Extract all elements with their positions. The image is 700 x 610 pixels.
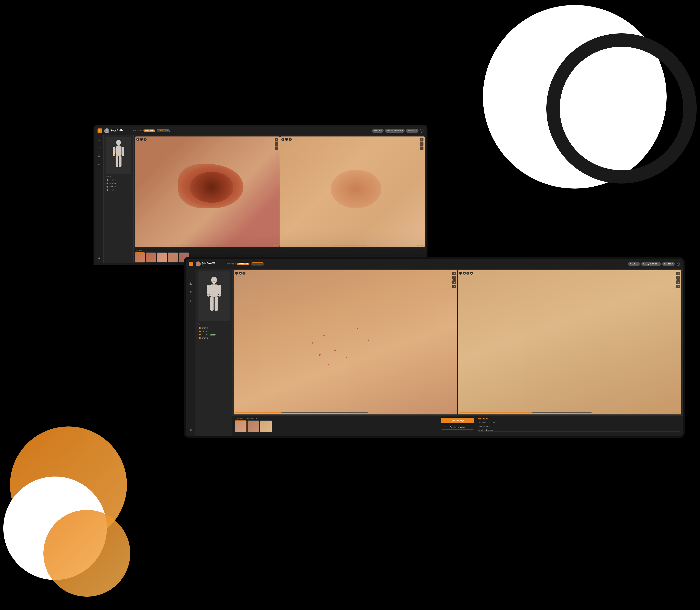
sidebar: ⌂ ☰ ⚙ ◉ xyxy=(95,135,104,263)
strip-label: Diagnoses xyxy=(135,250,425,252)
thumbnail-4[interactable] xyxy=(168,253,178,262)
label-a-2: A xyxy=(281,138,284,141)
mode-label: TBP MODE xyxy=(133,130,142,132)
scene: ✦ Naomi Kimble xyxy=(0,0,700,610)
tablet-sidebar-home[interactable]: ⌂ xyxy=(188,272,193,278)
tablet-add-tags-bar-2: + Add Tags xyxy=(459,412,680,414)
t-rotate[interactable]: ↺ xyxy=(452,280,456,284)
tablet-image-controls-2: + − ↺ ⤢ xyxy=(676,272,680,288)
tablet-spot-mode[interactable]: SPOT MODE xyxy=(237,263,249,265)
t-label-a2: A xyxy=(459,272,462,275)
add-tags-btn-2[interactable]: + Add Tags xyxy=(416,244,423,246)
t-zoom-in[interactable]: + xyxy=(452,272,456,275)
zoom-out-btn[interactable]: − xyxy=(275,142,278,146)
clinical-pill[interactable]: Clinical DB ✕ xyxy=(406,129,418,133)
main-content: A B C + − ↺ xyxy=(134,135,426,263)
t-share[interactable]: ⤢ xyxy=(452,285,456,288)
help-icon[interactable]: ? xyxy=(420,129,423,133)
tablet-thumbnails xyxy=(235,420,437,432)
pathology-pill[interactable]: Pathology (IMG/2932) ✕ xyxy=(385,129,405,133)
tablet-sidebar: ⌂ ☰ ⚙ ◉ xyxy=(186,269,196,436)
spot-mode-badge[interactable]: SPOT Mode xyxy=(143,129,155,132)
tablet-header-pills: Procedure ▾ Pathology (IMG/2932) ✕ Clini… xyxy=(628,262,680,266)
t-add-tags-2[interactable]: + Add Tags xyxy=(672,412,680,414)
t-progress-2[interactable] xyxy=(459,413,592,413)
t-zoom-out-2[interactable]: − xyxy=(676,276,680,279)
rotate-btn[interactable]: ↺ xyxy=(275,146,278,150)
tablet-action-log[interactable]: Action Log ✓ xyxy=(251,262,264,266)
tablet-list-item[interactable]: SPOT#1 xyxy=(198,337,230,339)
tablet-clinical-pill[interactable]: Clinical DB ✕ xyxy=(662,262,674,266)
t-progress-1[interactable] xyxy=(235,413,368,413)
t-add-tags-1[interactable]: + Add Tags xyxy=(449,412,456,414)
tablet-logo: ✦ xyxy=(189,262,193,266)
svg-rect-17 xyxy=(207,285,210,295)
sidebar-home[interactable]: ⌂ xyxy=(96,138,102,143)
tablet-thumb-3[interactable] xyxy=(260,420,272,432)
thumbnail-1[interactable] xyxy=(135,253,145,262)
progress-slider[interactable] xyxy=(136,245,222,245)
upload-image-button[interactable]: Upload Image xyxy=(441,418,474,423)
svg-rect-5 xyxy=(113,147,115,154)
progress-slider-2[interactable] xyxy=(281,245,367,245)
body-model xyxy=(106,137,131,174)
list-item[interactable]: SPOT#43 xyxy=(106,185,131,188)
spot-text: SPOT#3 xyxy=(202,331,208,332)
tablet-thumb-2[interactable] xyxy=(248,420,259,432)
t-label-c: C xyxy=(243,272,246,275)
svg-point-11 xyxy=(113,154,115,155)
svg-rect-6 xyxy=(122,147,124,154)
add-tags-btn[interactable]: + Add Tags xyxy=(271,244,278,246)
tablet-help-icon[interactable]: ? xyxy=(676,262,680,266)
svg-rect-3 xyxy=(118,145,120,146)
t-zoom-in-2[interactable]: + xyxy=(676,272,680,275)
tablet-thumb-1[interactable] xyxy=(235,420,247,432)
zoom-in-btn[interactable]: + xyxy=(275,138,278,142)
sidebar-person[interactable] xyxy=(96,146,102,151)
action-entry-3: Tag added: Psoriasis xyxy=(478,429,680,432)
t-rotate-2[interactable]: ↺ xyxy=(676,280,680,284)
spot-dot xyxy=(199,327,201,329)
t-zoom-out[interactable]: − xyxy=(452,276,456,279)
body-silhouette xyxy=(112,140,125,171)
sidebar-user[interactable]: ◉ xyxy=(96,255,102,261)
spot-name: SPOT#4A xyxy=(110,182,116,184)
list-item[interactable]: SPOT#1 xyxy=(106,189,131,192)
tablet-image-labels-2: A B C D xyxy=(459,272,473,275)
tablet-list-item[interactable]: SPOT#4 xyxy=(198,326,230,330)
tablet-wrapper: ✦ Bella Sauer833 Active xyxy=(184,257,685,438)
spot-color-dot xyxy=(107,189,108,191)
take-image-button[interactable]: Take Image on App xyxy=(441,424,474,430)
t-share-2[interactable]: ⤢ xyxy=(676,285,680,288)
tablet-procedure-pill[interactable]: Procedure ▾ xyxy=(628,262,640,266)
tablet-body-panel: Spot List SPOT#4 SPOT#3 xyxy=(196,269,232,436)
tablet-sidebar-settings[interactable]: ⚙ xyxy=(188,298,193,304)
tablet-pathology-pill[interactable]: Pathology (IMG/2932) ✕ xyxy=(641,262,661,266)
thumbnail-2[interactable] xyxy=(146,253,156,262)
add-tags-bar-1: + Add Tags xyxy=(136,244,278,246)
sidebar-settings[interactable]: ⚙ xyxy=(96,162,102,167)
spot-dot xyxy=(199,334,201,336)
list-item[interactable]: SPOT#4A xyxy=(106,182,131,185)
sidebar-document[interactable]: ☰ xyxy=(96,154,102,159)
tablet-strip-label: Diagnoses xyxy=(235,418,243,419)
zoom-in-btn-2[interactable]: + xyxy=(420,138,423,142)
tablet-sidebar-doc[interactable]: ☰ xyxy=(188,290,193,295)
svg-rect-8 xyxy=(119,156,121,167)
zoom-out-btn-2[interactable]: − xyxy=(420,142,423,146)
list-item[interactable]: SPOT#4G xyxy=(106,178,131,181)
tablet-patient-name: Bella Sauer833 xyxy=(202,262,215,264)
action-log-badge[interactable]: Action Log ✓ xyxy=(157,129,170,132)
tablet-list-item[interactable]: SPOT#3 xyxy=(198,330,230,333)
monitor-screen: ✦ Naomi Kimble xyxy=(95,127,426,263)
t-label-b2: B xyxy=(463,272,466,275)
thumbnail-3[interactable] xyxy=(157,253,167,262)
tablet-sidebar-person[interactable] xyxy=(188,281,193,286)
header-pills: Procedure ▾ Pathology (IMG/2932) ✕ Clini… xyxy=(372,129,423,133)
label-a: A xyxy=(136,138,139,141)
procedure-pill[interactable]: Procedure ▾ xyxy=(372,129,384,133)
upload-section: Upload Image Take Image on App xyxy=(441,418,474,434)
tablet-list-item[interactable]: SPOT#2 ONLINE xyxy=(198,333,230,336)
rotate-btn-2[interactable]: ↺ xyxy=(420,146,423,150)
tablet-sidebar-user[interactable]: ◉ xyxy=(188,427,193,432)
